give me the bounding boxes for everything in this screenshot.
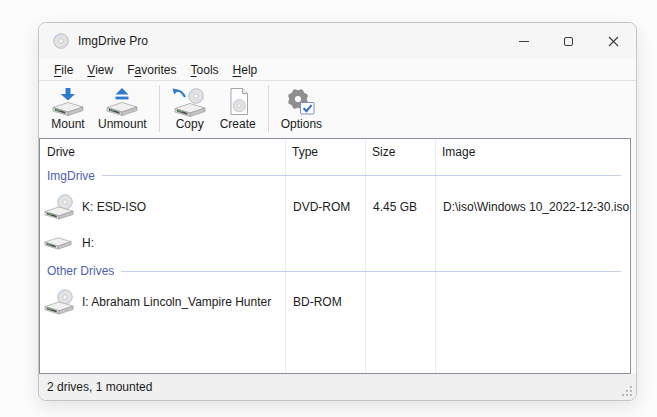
drive-size [365, 283, 435, 321]
drive-type: BD-ROM [285, 283, 365, 321]
gear-checkbox-icon [283, 87, 319, 117]
column-header-image[interactable]: Image [435, 145, 630, 159]
group-rule [102, 175, 621, 176]
drive-size: 4.45 GB [365, 187, 435, 227]
toolbar-separator [159, 85, 160, 132]
copy-button[interactable]: Copy [166, 85, 214, 133]
create-document-disc-icon [220, 87, 256, 117]
drive-with-disc-icon [44, 194, 76, 221]
screen: ImgDrive Pro File View Favorites Tools H… [0, 0, 657, 417]
menu-favorites[interactable]: Favorites [120, 61, 183, 79]
drive-type [285, 227, 365, 259]
drive-with-disc-icon [44, 289, 76, 316]
close-button[interactable] [591, 23, 636, 59]
drive-image-path: D:\iso\Windows 10_2022-12-30.iso [435, 187, 630, 227]
group-label: Other Drives [47, 264, 114, 278]
minimize-icon [519, 41, 529, 42]
maximize-icon [564, 37, 573, 46]
drive-row-i[interactable]: I: Abraham Lincoln_Vampire Hunter BD-ROM [40, 283, 630, 321]
statusbar: 2 drives, 1 mounted [39, 374, 636, 400]
drive-size [365, 227, 435, 259]
app-disc-icon [53, 33, 69, 49]
drive-icon [44, 233, 76, 253]
column-header-type[interactable]: Type [285, 145, 365, 159]
drive-name: K: ESD-ISO [82, 200, 146, 214]
imgdrive-window: ImgDrive Pro File View Favorites Tools H… [38, 22, 637, 401]
mount-drive-arrow-down-icon [50, 87, 86, 117]
drive-type: DVD-ROM [285, 187, 365, 227]
mount-button[interactable]: Mount [44, 85, 92, 133]
create-button[interactable]: Create [214, 85, 262, 133]
menu-tools[interactable]: Tools [184, 61, 226, 79]
group-label: ImgDrive [47, 169, 95, 183]
toolbar: Mount Unmount Copy [39, 80, 636, 138]
menu-file[interactable]: File [47, 61, 80, 79]
copy-disc-arrow-icon [172, 87, 208, 117]
menubar: File View Favorites Tools Help [39, 59, 636, 80]
drive-row-k[interactable]: K: ESD-ISO DVD-ROM 4.45 GB D:\iso\Window… [40, 187, 630, 227]
drive-name: H: [82, 236, 94, 250]
menu-view[interactable]: View [80, 61, 120, 79]
window-title: ImgDrive Pro [78, 34, 148, 48]
drive-list: Drive Type Size Image ImgDrive K: ESD-IS… [39, 138, 631, 374]
close-icon [608, 36, 619, 47]
minimize-button[interactable] [501, 23, 546, 59]
column-header-size[interactable]: Size [365, 145, 435, 159]
drive-image-path [435, 283, 630, 321]
group-header-other-drives[interactable]: Other Drives [40, 259, 630, 283]
maximize-button[interactable] [546, 23, 591, 59]
group-rule [121, 271, 621, 272]
drive-row-h[interactable]: H: [40, 227, 630, 259]
titlebar: ImgDrive Pro [39, 23, 636, 59]
options-button[interactable]: Options [275, 85, 328, 133]
resize-grip[interactable] [621, 385, 633, 397]
list-header: Drive Type Size Image [40, 139, 630, 164]
drive-image-path [435, 227, 630, 259]
column-header-drive[interactable]: Drive [40, 145, 285, 159]
window-controls [501, 23, 636, 59]
drive-name: I: Abraham Lincoln_Vampire Hunter [82, 295, 271, 309]
unmount-button[interactable]: Unmount [92, 85, 153, 133]
toolbar-separator [268, 85, 269, 132]
unmount-drive-eject-icon [104, 87, 140, 117]
status-text: 2 drives, 1 mounted [47, 380, 152, 394]
menu-help[interactable]: Help [226, 61, 265, 79]
group-header-imgdrive[interactable]: ImgDrive [40, 164, 630, 187]
